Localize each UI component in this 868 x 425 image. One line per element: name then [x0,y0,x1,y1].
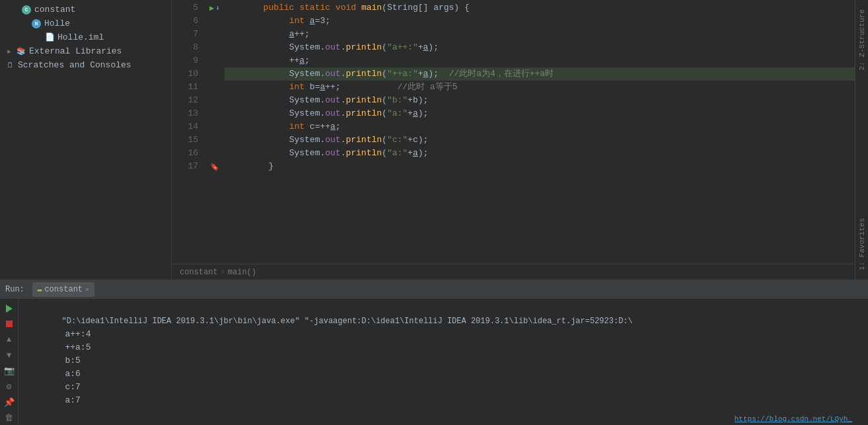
code-line-15: System.out.println("c:"+c); [225,134,855,147]
breadcrumb-main: main() [228,268,256,277]
trash-button[interactable]: 🗑 [2,410,17,425]
code-line-10: System.out.println("++a:"+a); //此时a为4，在进… [225,67,855,81]
sidebar-item-scratches[interactable]: 🗒 Scratches and Consoles [0,58,171,72]
expand-arrow-icon: ▶ [5,48,13,56]
gutter-5: ▶ ⬇ [205,1,225,15]
run-output: "D:\idea1\IntelliJ IDEA 2019.3.1\jbr\bin… [18,299,868,425]
sidebar-label-holle-iml: Holle.iml [57,32,104,42]
bottom-url[interactable]: https://blog.csdn.net/LQyh_ [735,415,852,423]
line-gutter: ▶ ⬇ 🔖 [205,0,225,264]
sidebar-label-constant: constant [34,5,75,15]
sidebar-item-holle-iml[interactable]: 📄 Holle.iml [0,30,171,44]
output-line-3: b:5 [24,341,863,354]
sidebar-item-holle[interactable]: H Holle [0,17,171,30]
ln-5: 5 [193,1,198,15]
output-line-5: c:7 [24,367,863,381]
editor-area: 5 6 7 8 9 10 11 12 13 14 15 16 17 ▶ ⬇ [172,0,855,280]
ln-16: 16 [188,147,198,160]
line-numbers: 5 6 7 8 9 10 11 12 13 14 15 16 17 [172,0,205,264]
breadcrumb: constant › main() [172,264,855,280]
code-line-13: System.out.println("a:"+a); [225,107,855,120]
ln-8: 8 [193,41,198,54]
run-panel: Run: ▬ constant ✕ ▲ ▼ 📷 ⚙ [0,280,868,425]
scratches-icon: 🗒 [5,61,15,70]
pin-button[interactable]: 📌 [2,395,17,410]
breadcrumb-constant: constant [180,268,218,277]
breadcrumb-sep: › [221,268,225,277]
ln-9: 9 [193,54,198,67]
run-stop-button[interactable] [2,317,17,332]
code-line-5: public static void main(String[] args) { [225,1,855,15]
run-label: Run: [5,285,30,294]
folder-icon: 📚 [17,47,26,56]
arrow-up-icon: ▲ [7,335,11,344]
code-line-17: } [225,160,855,173]
bottom-url-container: https://blog.csdn.net/LQyh_ [735,414,852,424]
ln-15: 15 [188,134,198,147]
ln-7: 7 [193,28,198,41]
sidebar-item-constant[interactable]: C constant [0,3,171,17]
code-line-12: System.out.println("b:"+b); [225,94,855,107]
ln-14: 14 [188,120,198,134]
code-line-9: ++a; [225,54,855,67]
sidebar-label-external-libraries: External Libraries [29,46,122,56]
ln-10: 10 [188,67,198,81]
gear-icon: ⚙ [7,381,12,392]
ln-13: 13 [188,107,198,120]
run-toolbar: ▲ ▼ 📷 ⚙ 📌 🗑 [0,299,18,425]
camera-button[interactable]: 📷 [2,364,17,379]
side-tab-favorites[interactable]: 1: Favorites [857,215,867,273]
side-tabs: 2: Z-Structure 1: Favorites [855,0,868,280]
code-line-6: int a=3; [225,15,855,28]
constant-icon: C [22,5,31,15]
output-line-4: a:6 [24,354,863,367]
ln-17: 17 [188,160,198,173]
code-line-16: System.out.println("a:"+a); [225,147,855,160]
output-command-line: "D:\idea1\IntelliJ IDEA 2019.3.1\jbr\bin… [24,301,863,315]
run-tab-constant[interactable]: ▬ constant ✕ [32,282,94,297]
ln-6: 6 [193,15,198,28]
side-tab-z-structure[interactable]: 2: Z-Structure [857,7,867,73]
output-line-2: ++a:5 [24,328,863,341]
run-play-button[interactable] [2,301,17,316]
sidebar-label-holle: Holle [44,19,70,28]
code-line-7: a++; [225,28,855,41]
code-line-11: int b=a++; //此时 a等于5 [225,81,855,94]
holle-icon: H [32,19,41,28]
run-tab-close[interactable]: ✕ [85,286,89,293]
run-tabs: Run: ▬ constant ✕ [0,280,868,299]
code-line-8: System.out.println("a++:"+a); [225,41,855,54]
trash-icon: 🗑 [5,413,13,423]
code-content[interactable]: public static void main(String[] args) {… [225,0,855,264]
ln-12: 12 [188,94,198,107]
scroll-down-button[interactable]: ▼ [2,348,17,363]
sidebar: C constant H Holle 📄 Holle.iml ▶ 📚 Exter… [0,0,172,280]
output-line-6: a:7 [24,381,863,394]
gutter-17: 🔖 [205,160,225,173]
scroll-up-button[interactable]: ▲ [2,332,17,347]
code-line-14: int c=++a; [225,120,855,134]
sidebar-item-external-libraries[interactable]: ▶ 📚 External Libraries [0,44,171,58]
arrow-down-icon: ▼ [7,351,11,360]
camera-icon: 📷 [4,366,15,376]
pin-icon: 📌 [4,397,15,408]
run-tab-label: constant [44,285,83,294]
run-content: ▲ ▼ 📷 ⚙ 📌 🗑 "D:\idea1\IntelliJ IDEA 2019… [0,299,868,425]
iml-file-icon: 📄 [45,33,54,42]
sidebar-label-scratches: Scratches and Consoles [18,60,131,70]
code-editor[interactable]: 5 6 7 8 9 10 11 12 13 14 15 16 17 ▶ ⬇ [172,0,855,264]
settings-button[interactable]: ⚙ [2,379,17,394]
ln-11: 11 [188,81,198,94]
